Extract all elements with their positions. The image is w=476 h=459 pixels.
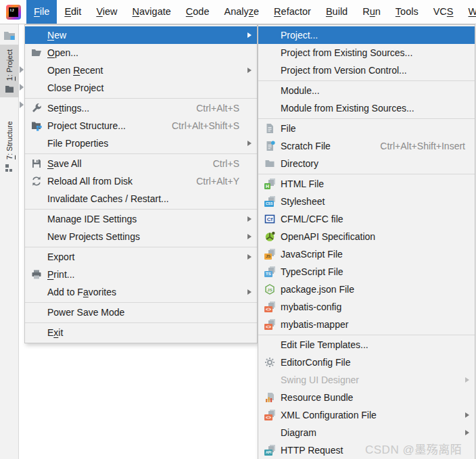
file-menu-item-settings[interactable]: Settings...Ctrl+Alt+S — [25, 99, 257, 117]
menubar-item-refactor[interactable]: Refactor — [266, 0, 318, 24]
new-submenu-item-directory[interactable]: Directory — [258, 155, 475, 172]
file-menu-item-add-to-favorites[interactable]: Add to Favorites — [25, 283, 257, 301]
tree-expand-icon[interactable] — [20, 84, 24, 91]
file-menu-item-open-recent[interactable]: Open Recent — [25, 62, 257, 79]
cf-file-icon: Cf — [264, 214, 275, 224]
new-submenu-item-project[interactable]: Project... — [258, 26, 475, 44]
file-menu-item-new-projects-settings[interactable]: New Projects Settings — [25, 228, 257, 245]
menu-item-label: Stylesheet — [281, 196, 325, 207]
menubar-item-code[interactable]: Code — [178, 0, 217, 24]
open-folder-icon — [31, 47, 42, 58]
printer-icon — [31, 269, 42, 280]
new-submenu-item-project-from-existing-sources[interactable]: Project from Existing Sources... — [258, 44, 475, 62]
icon-placeholder — [31, 251, 42, 262]
file-menu-item-save-all[interactable]: Save AllCtrl+S — [25, 155, 257, 172]
new-submenu-item-scratch-file[interactable]: Scratch FileCtrl+Alt+Shift+Insert — [258, 137, 475, 155]
folder-icon — [264, 158, 275, 169]
menubar-item-view[interactable]: View — [89, 0, 124, 24]
sidebar-tab-7-structure[interactable]: 7: Structure — [0, 116, 19, 176]
menu-item-label: Open... — [47, 47, 78, 58]
file-menu-item-exit[interactable]: Exit — [25, 324, 257, 341]
intellij-logo-icon: IJ — [6, 5, 21, 20]
menu-separator — [25, 209, 257, 210]
structure-icon — [5, 163, 14, 172]
menubar-item-vcs[interactable]: VCS — [426, 0, 461, 24]
submenu-arrow-icon — [247, 234, 252, 239]
menubar-item-navigate[interactable]: Navigate — [125, 0, 178, 24]
new-submenu-item-openapi-specification[interactable]: OpenAPI Specification — [258, 228, 475, 245]
tool-window-stripe: 1: Project7: Structure — [0, 24, 19, 459]
menu-item-label: Module... — [281, 85, 320, 96]
xml-file-icon: <> — [264, 410, 275, 420]
xml-file-icon: <> — [264, 301, 275, 312]
new-submenu-item-module-from-existing-sources[interactable]: Module from Existing Sources... — [258, 99, 475, 117]
new-submenu-item-xml-configuration-file[interactable]: <>XML Configuration File — [258, 406, 475, 424]
file-menu-item-print[interactable]: Print... — [25, 266, 257, 283]
new-submenu-item-stylesheet[interactable]: CSSStylesheet — [258, 193, 475, 210]
intellij-window: { "colors": { "selection": "#2A79C4", "m… — [0, 0, 476, 459]
menu-item-label: Scratch File — [281, 141, 331, 151]
new-submenu-item-package-json-file[interactable]: JSpackage.json File — [258, 281, 475, 298]
menu-item-shortcut: Ctrl+Alt+Shift+S — [172, 120, 239, 131]
menu-separator — [25, 98, 257, 99]
new-submenu-item-javascript-file[interactable]: JSJavaScript File — [258, 245, 475, 263]
file-menu-item-new[interactable]: New — [25, 26, 257, 44]
new-submenu-item-module[interactable]: Module... — [258, 82, 475, 99]
new-submenu-item-project-from-version-control[interactable]: Project from Version Control... — [258, 62, 475, 79]
submenu-arrow-icon — [247, 289, 252, 295]
new-submenu-popup: Project...Project from Existing Sources.… — [258, 24, 475, 459]
menubar-item-file[interactable]: File — [26, 0, 57, 24]
menubar-item-build[interactable]: Build — [318, 0, 355, 24]
tree-expand-icon[interactable] — [20, 66, 24, 73]
file-menu-item-invalidate-caches-restart[interactable]: Invalidate Caches / Restart... — [25, 190, 257, 208]
menu-item-label: JavaScript File — [281, 249, 343, 260]
css-file-icon: CSS — [264, 196, 275, 207]
new-submenu-item-resource-bundle[interactable]: Resource Bundle — [258, 389, 475, 406]
file-menu-item-reload-all-from-disk[interactable]: Reload All from DiskCtrl+Alt+Y — [25, 172, 257, 190]
sidebar-tab-1-project[interactable]: 1: Project — [0, 45, 19, 97]
menu-item-label: New — [47, 30, 66, 41]
save-icon — [31, 158, 42, 169]
file-menu-item-power-save-mode[interactable]: Power Save Mode — [25, 304, 257, 321]
file-menu-item-project-structure[interactable]: Project Structure...Ctrl+Alt+Shift+S — [25, 117, 257, 135]
svg-text:Cf: Cf — [267, 216, 273, 222]
menu-item-label: Module from Existing Sources... — [281, 103, 414, 114]
new-submenu-item-html-file[interactable]: HHTML File — [258, 175, 475, 193]
nodejs-icon: JS — [264, 284, 275, 295]
submenu-arrow-icon — [465, 412, 469, 418]
file-icon — [264, 123, 275, 134]
menu-separator — [258, 118, 475, 119]
new-submenu-item-mybatis-config[interactable]: <>mybatis-config — [258, 298, 475, 316]
file-menu-item-open[interactable]: Open... — [25, 44, 257, 62]
file-menu-item-manage-ide-settings[interactable]: Manage IDE Settings — [25, 210, 257, 228]
tree-expand-icon[interactable] — [20, 101, 24, 108]
new-submenu-item-typescript-file[interactable]: TSTypeScript File — [258, 263, 475, 281]
submenu-arrow-icon — [465, 377, 469, 383]
api-file-icon: API — [264, 445, 275, 456]
icon-placeholder — [264, 375, 275, 385]
xml-file-icon: <> — [264, 319, 275, 330]
icon-placeholder — [31, 231, 42, 242]
menubar-item-window[interactable]: Window — [461, 0, 476, 24]
new-submenu-item-file[interactable]: File — [258, 120, 475, 137]
menubar-item-run[interactable]: Run — [355, 0, 388, 24]
menu-item-label: Project from Version Control... — [281, 65, 407, 76]
file-menu-item-export[interactable]: Export — [25, 248, 257, 266]
submenu-arrow-icon — [247, 254, 252, 260]
new-submenu-item-edit-file-templates[interactable]: Edit File Templates... — [258, 336, 475, 354]
new-submenu-item-cfml-cfc-file[interactable]: CfCFML/CFC file — [258, 210, 475, 228]
menu-item-label: mybatis-mapper — [281, 319, 348, 330]
icon-placeholder — [264, 339, 275, 350]
menu-item-shortcut: Ctrl+Alt+S — [196, 103, 239, 114]
wrench-icon — [31, 103, 42, 114]
menubar-item-tools[interactable]: Tools — [388, 0, 426, 24]
new-submenu-item-editorconfig-file[interactable]: EditorConfig File — [258, 354, 475, 371]
menu-item-label: Save All — [47, 158, 82, 169]
new-submenu-item-mybatis-mapper[interactable]: <>mybatis-mapper — [258, 316, 475, 333]
new-submenu-item-diagram[interactable]: Diagram — [258, 424, 475, 441]
file-menu-item-close-project[interactable]: Close Project — [25, 79, 257, 97]
menubar-item-analyze[interactable]: Analyze — [217, 0, 267, 24]
menubar-item-edit[interactable]: Edit — [57, 0, 89, 24]
file-menu-item-file-properties[interactable]: File Properties — [25, 135, 257, 152]
sidebar-tab-label: 1: Project — [5, 49, 14, 80]
